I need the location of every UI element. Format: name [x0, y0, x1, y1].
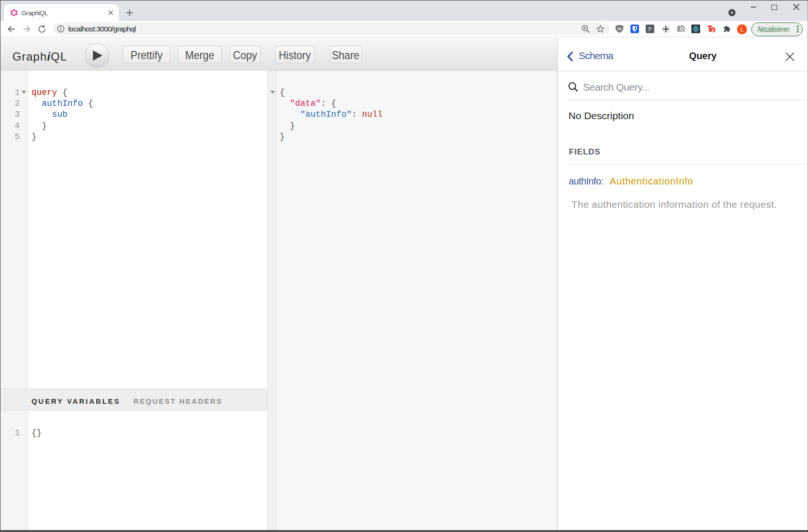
svg-text:Aktualisieren: Aktualisieren — [757, 25, 789, 33]
svg-text:U0: U0 — [617, 27, 622, 31]
svg-text:p: p — [712, 28, 714, 32]
svg-text:P: P — [648, 26, 652, 32]
